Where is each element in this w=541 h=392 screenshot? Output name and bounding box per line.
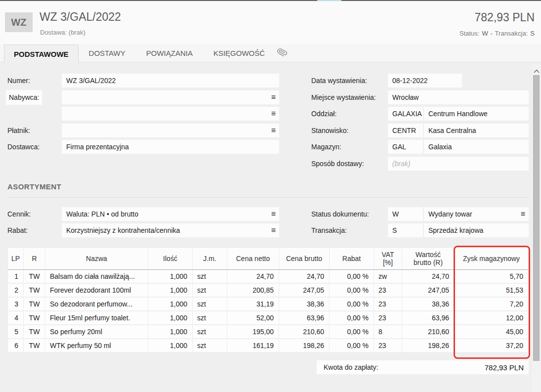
- status-dokumentu-code: W: [392, 210, 399, 218]
- scrollbar-thumb[interactable]: [533, 75, 540, 361]
- vertical-scrollbar[interactable]: [532, 64, 541, 392]
- magazyn-name: Galaxia: [428, 143, 452, 151]
- dostawca-field[interactable]: Firma prezentacyjna: [62, 140, 279, 154]
- document-total-amount: 782,93 PLN: [475, 11, 535, 24]
- cell-nazwa: Balsam do ciała nawilżają...: [45, 270, 148, 284]
- chevron-up-icon: [534, 66, 540, 72]
- cennik-menu-icon[interactable]: ≡: [271, 210, 276, 218]
- magazyn-code: GAL: [392, 143, 406, 151]
- platnik-field[interactable]: ≡: [62, 124, 279, 137]
- data-wystawienia-label: Data wystawienia:: [311, 74, 367, 87]
- attachments-button[interactable]: [277, 44, 287, 62]
- oddzial-name-field[interactable]: Centrum Handlowe: [424, 107, 529, 121]
- status-dokumentu-label: Status dokumentu:: [311, 207, 369, 221]
- cell-rabat: 0,00 %: [330, 311, 374, 325]
- tab-dostawy[interactable]: DOSTAWY: [79, 44, 136, 62]
- scroll-up-button[interactable]: [532, 66, 541, 72]
- tab-ksiegowosc[interactable]: KSIĘGOWOŚĆ: [203, 44, 275, 62]
- odbiorca-menu-icon[interactable]: ≡: [271, 93, 276, 101]
- document-type-badge: WZ: [5, 12, 33, 32]
- transakcja-code: S: [392, 226, 397, 234]
- col-rabat[interactable]: Rabat: [330, 247, 374, 270]
- col-ilosc[interactable]: Ilość: [148, 247, 193, 270]
- cell-jm: szt: [193, 339, 227, 353]
- stanowisko-code: CENTR: [392, 127, 416, 134]
- status-dokumentu-name-field[interactable]: Wydany towar ≡: [424, 207, 529, 221]
- cell-ilosc: 1,000: [148, 270, 193, 284]
- nabywca-field[interactable]: ≡: [62, 107, 279, 121]
- stanowisko-name-field[interactable]: Kasa Centralna: [424, 124, 529, 137]
- cell-r: TW: [24, 270, 45, 284]
- numer-label: Numer:: [7, 74, 30, 87]
- table-row[interactable]: 1 TW Balsam do ciała nawilżają... 1,000 …: [7, 270, 529, 284]
- nabywca-menu-icon[interactable]: ≡: [271, 110, 276, 118]
- col-zysk-magazynowy[interactable]: Zysk magazynowy: [455, 247, 529, 270]
- cell-cena-netto: 200,85: [227, 284, 279, 298]
- col-cena-brutto[interactable]: Cena brutto: [279, 247, 330, 270]
- cell-lp: 1: [7, 270, 24, 284]
- document-subtitle: Dostawa: (brak): [40, 29, 85, 36]
- cell-zysk-magazynowy: 12,00: [455, 311, 529, 325]
- items-table: LP R Nazwa Ilość J.m. Cena netto Cena br…: [7, 247, 529, 353]
- cell-rabat: 0,00 %: [330, 298, 374, 311]
- cell-ilosc: 1,000: [148, 339, 193, 353]
- cennik-field[interactable]: Waluta: PLN • od brutto ≡: [62, 207, 279, 221]
- oddzial-label: Oddział:: [311, 107, 336, 121]
- tab-podstawowe[interactable]: PODSTAWOWE: [4, 44, 79, 63]
- platnik-menu-icon[interactable]: ≡: [271, 127, 276, 134]
- magazyn-name-field[interactable]: Galaxia: [424, 140, 529, 154]
- table-row[interactable]: 4 TW Fleur 15ml perfumy toalet. 1,000 sz…: [7, 311, 529, 325]
- tab-powiazania[interactable]: POWIĄZANIA: [136, 44, 203, 62]
- col-r[interactable]: R: [24, 247, 45, 270]
- table-row[interactable]: 6 TW WTK perfumy 50 ml 1,000 szt 161,19 …: [7, 339, 529, 353]
- cell-nazwa: So dezodorant perfumow...: [45, 298, 148, 311]
- cell-cena-brutto: 24,70: [279, 270, 330, 284]
- cell-ilosc: 1,000: [148, 298, 193, 311]
- transakcja-code-field[interactable]: S: [388, 223, 423, 237]
- col-vat[interactable]: VAT [%]: [374, 247, 402, 270]
- status-value: W: [482, 30, 488, 37]
- transakcja-name-field[interactable]: Sprzedaż krajowa: [424, 223, 529, 237]
- odbiorca-field[interactable]: ≡: [62, 90, 279, 104]
- cell-wartosc-brutto: 38,36: [402, 298, 455, 311]
- table-row[interactable]: 3 TW So dezodorant perfumow... 1,000 szt…: [7, 298, 529, 311]
- cell-r: TW: [24, 284, 45, 298]
- cell-r: TW: [24, 339, 45, 353]
- payment-summary: Kwota do zapłaty: 782,93 PLN: [317, 360, 529, 374]
- stanowisko-code-field[interactable]: CENTR: [388, 124, 423, 137]
- col-cena-netto[interactable]: Cena netto: [227, 247, 279, 270]
- col-jm[interactable]: J.m.: [193, 247, 227, 270]
- status-dokumentu-code-field[interactable]: W: [388, 207, 423, 221]
- stanowisko-name: Kasa Centralna: [428, 127, 476, 134]
- paperclip-icon: [277, 47, 287, 59]
- sposob-dostawy-field[interactable]: (brak): [388, 157, 529, 171]
- table-row[interactable]: 2 TW Forever dezodorant 100ml 1,000 szt …: [7, 284, 529, 298]
- cell-nazwa: Forever dezodorant 100ml: [45, 284, 148, 298]
- cell-r: TW: [24, 311, 45, 325]
- col-wartosc-brutto[interactable]: Wartość brutto (R): [402, 247, 455, 270]
- data-wystawienia-field[interactable]: 08-12-2022: [388, 74, 462, 87]
- cell-r: TW: [24, 325, 45, 339]
- cell-wartosc-brutto: 198,26: [402, 339, 455, 353]
- table-row[interactable]: 5 TW So perfumy 20ml 1,000 szt 195,00 21…: [7, 325, 529, 339]
- status-label: Status:: [459, 30, 479, 37]
- cell-zysk-magazynowy: 5,70: [455, 270, 529, 284]
- oddzial-code-field[interactable]: GALAXIA: [388, 107, 423, 121]
- cell-cena-brutto: 198,26: [279, 339, 330, 353]
- rabat-menu-icon[interactable]: ≡: [271, 226, 276, 234]
- magazyn-code-field[interactable]: GAL: [388, 140, 423, 154]
- cell-vat: 23: [374, 311, 402, 325]
- col-nazwa[interactable]: Nazwa: [45, 247, 148, 270]
- status-dokumentu-menu-icon[interactable]: ≡: [521, 210, 525, 218]
- cell-lp: 2: [7, 284, 24, 298]
- cell-zysk-magazynowy: 45,00: [455, 325, 529, 339]
- payment-amount: 782,93 PLN: [485, 363, 524, 372]
- numer-field[interactable]: WZ 3/GAL/2022: [62, 74, 279, 87]
- nabywca-label: Nabywca:: [6, 90, 42, 105]
- rabat-field[interactable]: Korzystniejszy z kontrahenta/cennika ≡: [62, 223, 279, 237]
- cell-cena-netto: 161,19: [227, 339, 279, 353]
- cell-vat: 23: [374, 298, 402, 311]
- col-lp[interactable]: LP: [7, 247, 24, 270]
- miejsce-wystawienia-field[interactable]: Wrocław: [388, 90, 529, 104]
- cell-ilosc: 1,000: [148, 284, 193, 298]
